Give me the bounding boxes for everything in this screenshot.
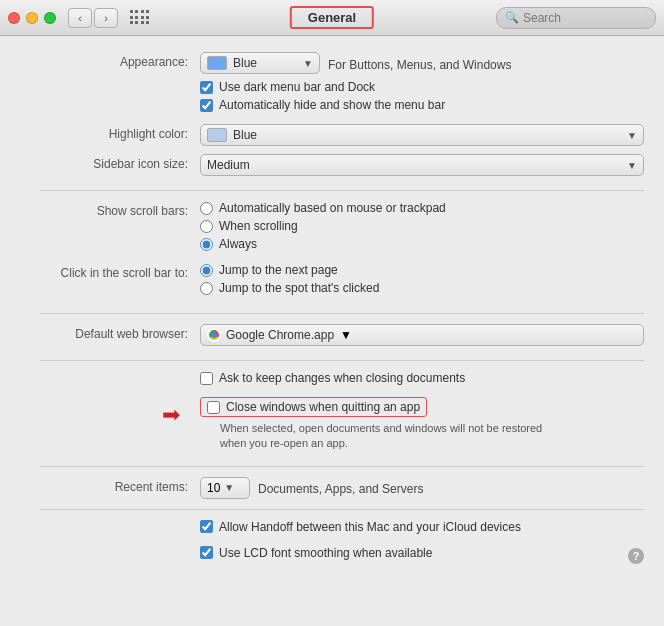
scroll-when-radio[interactable] [200,220,213,233]
search-bar[interactable]: 🔍 [496,7,656,29]
scroll-bars-controls: Automatically based on mouse or trackpad… [200,201,644,255]
ask-keep-spacer [20,371,200,374]
sidebar-size-row: Sidebar icon size: Medium ▼ [20,154,644,176]
handoff-checkbox[interactable] [200,520,213,533]
separator-1 [40,190,644,191]
sidebar-size-controls: Medium ▼ [200,154,644,176]
highlight-color-row: Highlight color: Blue ▼ [20,124,644,146]
browser-dropdown[interactable]: Google Chrome.app ▼ [200,324,644,346]
jump-spot-row: Jump to the spot that's clicked [200,281,644,295]
autohide-menubar-row: Automatically hide and show the menu bar [200,98,644,112]
recent-items-value: 10 [207,481,220,495]
grid-dots [130,10,151,25]
recent-items-row: Recent items: 10 ▼ Documents, Apps, and … [20,477,644,499]
back-button[interactable]: ‹ [68,8,92,28]
scroll-when-label: When scrolling [219,219,298,233]
highlight-arrow: ▼ [627,130,637,141]
browser-arrow: ▼ [340,328,352,342]
window-title: General [290,6,374,29]
handoff-spacer [20,520,200,523]
appearance-dropdown[interactable]: Blue ▼ [200,52,320,74]
recent-items-description: Documents, Apps, and Servers [258,479,423,496]
color-swatch [207,56,227,70]
scroll-bars-row: Show scroll bars: Automatically based on… [20,201,644,255]
jump-page-radio[interactable] [200,264,213,277]
dropdown-arrow: ▼ [303,58,313,69]
dark-menubar-checkbox[interactable] [200,81,213,94]
appearance-value: Blue [233,56,257,70]
lcd-controls: Use LCD font smoothing when available ? [200,546,644,564]
handoff-label: Allow Handoff between this Mac and your … [219,520,521,534]
dark-menubar-row: Use dark menu bar and Dock [200,80,644,94]
jump-page-row: Jump to the next page [200,263,644,277]
click-scroll-controls: Jump to the next page Jump to the spot t… [200,263,644,299]
recent-items-controls: 10 ▼ Documents, Apps, and Servers [200,477,644,499]
highlight-color-controls: Blue ▼ [200,124,644,146]
jump-spot-label: Jump to the spot that's clicked [219,281,379,295]
highlight-color-value: Blue [233,128,257,142]
autohide-menubar-label: Automatically hide and show the menu bar [219,98,445,112]
recent-items-label: Recent items: [20,477,200,494]
close-windows-row: ➡ Close windows when quitting an app Whe… [20,397,644,456]
highlight-color-dropdown[interactable]: Blue ▼ [200,124,644,146]
close-windows-controls: Close windows when quitting an app When … [200,397,644,456]
annotation-arrow: ➡ [162,402,180,428]
maximize-button[interactable] [44,12,56,24]
scroll-always-radio[interactable] [200,238,213,251]
separator-4 [40,466,644,467]
lcd-row: Use LCD font smoothing when available ? [20,546,644,564]
browser-value: Google Chrome.app [226,328,334,342]
recent-items-dropdown[interactable]: 10 ▼ [200,477,250,499]
separator-5 [40,509,644,510]
appearance-row: Appearance: Blue ▼ For Buttons, Menus, a… [20,52,644,116]
scroll-auto-row: Automatically based on mouse or trackpad [200,201,644,215]
sidebar-size-dropdown[interactable]: Medium ▼ [200,154,644,176]
highlight-box: Close windows when quitting an app [200,397,427,417]
close-windows-spacer: ➡ [20,397,200,428]
grid-icon[interactable] [128,8,152,28]
help-button[interactable]: ? [628,548,644,564]
sidebar-arrow: ▼ [627,160,637,171]
lcd-spacer [20,546,200,549]
close-button[interactable] [8,12,20,24]
ask-keep-checkbox-row: Ask to keep changes when closing documen… [200,371,644,385]
close-windows-label: Close windows when quitting an app [226,400,420,414]
ask-keep-row: Ask to keep changes when closing documen… [20,371,644,389]
scroll-auto-radio[interactable] [200,202,213,215]
scroll-when-row: When scrolling [200,219,644,233]
handoff-checkbox-row: Allow Handoff between this Mac and your … [200,520,644,534]
close-windows-description: When selected, open documents and window… [220,421,560,452]
search-input[interactable] [523,11,643,25]
traffic-lights [8,12,56,24]
browser-controls: Google Chrome.app ▼ [200,324,644,346]
ask-keep-checkbox[interactable] [200,372,213,385]
recent-items-inline: 10 ▼ Documents, Apps, and Servers [200,477,644,499]
autohide-menubar-checkbox[interactable] [200,99,213,112]
recent-items-arrow: ▼ [224,482,234,493]
highlight-swatch [207,128,227,142]
handoff-controls: Allow Handoff between this Mac and your … [200,520,644,538]
scroll-bars-label: Show scroll bars: [20,201,200,218]
lcd-label: Use LCD font smoothing when available [219,546,432,560]
lcd-checkbox[interactable] [200,546,213,559]
scroll-always-label: Always [219,237,257,251]
close-windows-checkbox-row: Close windows when quitting an app [200,397,644,417]
nav-buttons: ‹ › [68,8,118,28]
chrome-icon [207,328,221,342]
highlight-color-label: Highlight color: [20,124,200,141]
scroll-auto-label: Automatically based on mouse or trackpad [219,201,446,215]
ask-keep-label: Ask to keep changes when closing documen… [219,371,465,385]
browser-row: Default web browser: Google Chrome.app ▼ [20,324,644,346]
forward-button[interactable]: › [94,8,118,28]
chrome-inner [211,332,217,338]
minimize-button[interactable] [26,12,38,24]
jump-spot-radio[interactable] [200,282,213,295]
click-scroll-row: Click in the scroll bar to: Jump to the … [20,263,644,299]
browser-label: Default web browser: [20,324,200,341]
close-windows-checkbox[interactable] [207,401,220,414]
appearance-controls: Blue ▼ For Buttons, Menus, and Windows U… [200,52,644,116]
separator-2 [40,313,644,314]
sidebar-size-value: Medium [207,158,250,172]
scroll-always-row: Always [200,237,644,251]
lcd-bottom-row: Use LCD font smoothing when available ? [200,546,644,564]
